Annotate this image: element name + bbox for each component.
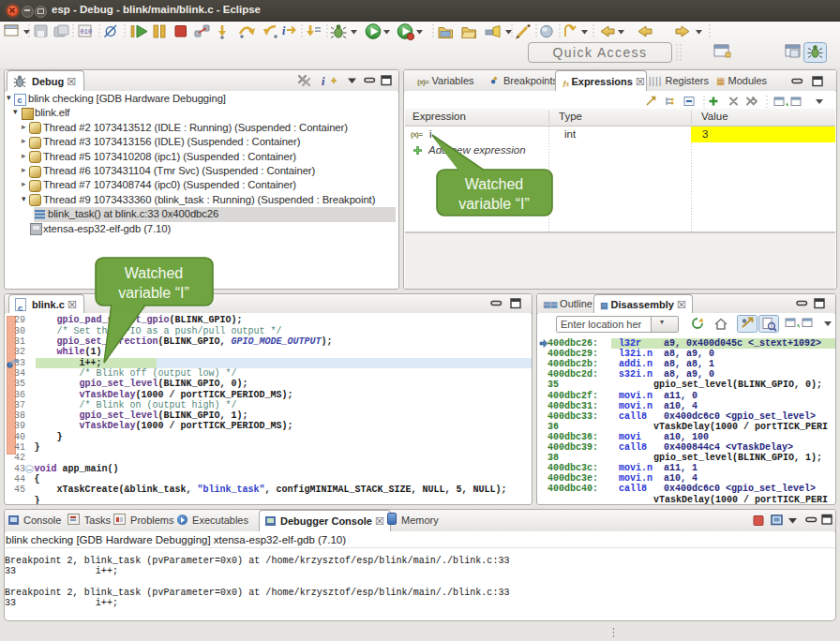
svg-text:variable “I”: variable “I” — [118, 285, 189, 301]
svg-text:Watched: Watched — [465, 176, 524, 192]
svg-text:variable “I”: variable “I” — [458, 196, 530, 212]
svg-text:Watched: Watched — [125, 265, 184, 281]
